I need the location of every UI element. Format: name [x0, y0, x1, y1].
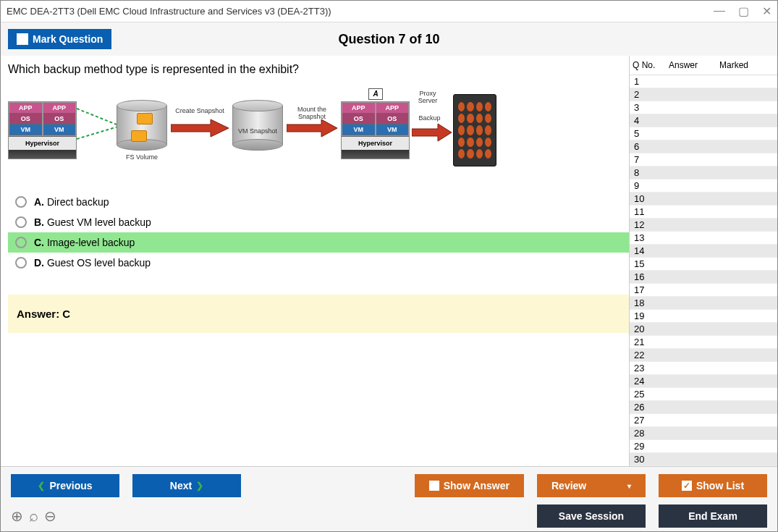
question-list-row[interactable]: 14	[630, 245, 777, 258]
show-answer-button[interactable]: Show Answer	[415, 474, 524, 497]
close-icon[interactable]: ✕	[762, 4, 771, 18]
checkbox-checked-icon: ✓	[682, 481, 692, 491]
vm-label: VM	[9, 124, 42, 135]
question-list-row[interactable]: 27	[630, 414, 777, 427]
next-label: Next	[170, 480, 192, 491]
hypervisor-label: Hypervisor	[342, 136, 409, 150]
option-text: D. Guest OS level backup	[34, 257, 151, 269]
question-list-row[interactable]: 16	[630, 271, 777, 284]
footer-bar: ❮ Previous Next ❯ Show Answer Review ▾	[1, 466, 777, 531]
question-list-row[interactable]: 21	[630, 336, 777, 349]
question-list-row[interactable]: 5	[630, 127, 777, 140]
vm-snapshot-label: VM Snapshot	[232, 127, 283, 135]
option-row[interactable]: D. Guest OS level backup	[8, 253, 629, 273]
main-panel: Which backup method type is represented …	[1, 56, 629, 466]
minimize-icon[interactable]: —	[714, 4, 725, 18]
chevron-left-icon: ❮	[38, 481, 45, 491]
sidebar-list[interactable]: 1234567891011121314151617181920212223242…	[630, 75, 777, 466]
vm-label: VM	[43, 124, 76, 135]
vm-label: VM	[342, 124, 375, 135]
zoom-in-icon[interactable]: ⊕	[11, 507, 23, 525]
question-list-row[interactable]: 7	[630, 153, 777, 166]
backup-appliance-icon	[453, 94, 496, 166]
zoom-out-icon[interactable]: ⊖	[44, 507, 56, 525]
titlebar: EMC DEA-2TT3 (Dell EMC Cloud Infrastruct…	[1, 1, 777, 22]
save-session-button[interactable]: Save Session	[537, 504, 646, 528]
review-label: Review	[551, 480, 586, 491]
sidebar-col-qno: Q No.	[633, 60, 669, 70]
radio-icon	[15, 196, 27, 208]
zoom-reset-icon[interactable]: ⌕	[29, 507, 38, 525]
arrow-icon	[171, 117, 229, 139]
mark-question-button[interactable]: Mark Question	[8, 29, 111, 49]
option-row[interactable]: B. Guest VM level backup	[8, 212, 629, 232]
question-list-row[interactable]: 1	[630, 75, 777, 88]
next-button[interactable]: Next ❯	[132, 474, 241, 497]
svg-marker-3	[287, 119, 337, 137]
question-list-row[interactable]: 22	[630, 349, 777, 362]
os-label: OS	[9, 114, 42, 124]
question-list-row[interactable]: 26	[630, 401, 777, 414]
question-list-row[interactable]: 25	[630, 388, 777, 401]
answer-label: Answer: C	[17, 308, 70, 320]
question-list-row[interactable]: 17	[630, 284, 777, 297]
os-label: OS	[43, 114, 76, 124]
question-list-row[interactable]: 10	[630, 193, 777, 206]
question-list-row[interactable]: 20	[630, 323, 777, 336]
end-exam-label: End Exam	[688, 510, 737, 522]
maximize-icon[interactable]: ▢	[738, 4, 749, 18]
question-list-row[interactable]: 9	[630, 180, 777, 193]
svg-marker-2	[171, 119, 229, 137]
previous-label: Previous	[49, 480, 92, 491]
review-button[interactable]: Review ▾	[537, 474, 646, 497]
app-window: EMC DEA-2TT3 (Dell EMC Cloud Infrastruct…	[0, 0, 778, 532]
question-list-row[interactable]: 11	[630, 206, 777, 219]
chevron-down-icon: ▾	[627, 482, 631, 490]
vm-label: VM	[376, 124, 409, 135]
question-list-row[interactable]: 2	[630, 88, 777, 101]
exhibit-diagram: APP OS VM APP OS VM Hypervisor	[8, 87, 536, 181]
os-label: OS	[376, 114, 409, 124]
window-title: EMC DEA-2TT3 (Dell EMC Cloud Infrastruct…	[7, 6, 331, 17]
options-list: A. Direct backupB. Guest VM level backup…	[8, 192, 629, 273]
header-bar: Mark Question Question 7 of 10	[1, 22, 777, 56]
option-text: A. Direct backup	[34, 196, 109, 208]
question-list-row[interactable]: 19	[630, 310, 777, 323]
question-list-row[interactable]: 4	[630, 114, 777, 127]
option-row[interactable]: C. Image-level backup	[8, 232, 629, 253]
arrow-icon	[287, 117, 337, 139]
question-list-sidebar: Q No. Answer Marked 12345678910111213141…	[629, 56, 777, 466]
previous-button[interactable]: ❮ Previous	[11, 474, 119, 497]
sidebar-header: Q No. Answer Marked	[630, 56, 777, 75]
question-list-row[interactable]: 12	[630, 219, 777, 232]
radio-icon	[15, 216, 27, 228]
proxy-server-label: Proxy Server	[413, 90, 442, 104]
question-list-row[interactable]: 29	[630, 440, 777, 453]
question-list-row[interactable]: 8	[630, 166, 777, 180]
question-list-row[interactable]: 6	[630, 140, 777, 153]
answer-box: Answer: C	[8, 295, 629, 333]
show-answer-label: Show Answer	[444, 480, 509, 491]
question-list-row[interactable]: 13	[630, 232, 777, 245]
svg-marker-4	[412, 124, 452, 141]
backup-label: Backup	[413, 114, 446, 122]
question-list-row[interactable]: 30	[630, 453, 777, 466]
vm-snapshot-icon	[232, 100, 283, 151]
question-list-row[interactable]: 3	[630, 101, 777, 114]
question-counter: Question 7 of 10	[338, 32, 439, 47]
option-row[interactable]: A. Direct backup	[8, 192, 629, 212]
chevron-right-icon: ❯	[196, 481, 203, 491]
question-list-row[interactable]: 18	[630, 297, 777, 310]
show-list-label: Show List	[696, 480, 744, 491]
end-exam-button[interactable]: End Exam	[659, 504, 767, 528]
question-list-row[interactable]: 24	[630, 375, 777, 388]
show-list-button[interactable]: ✓ Show List	[659, 474, 767, 497]
svg-line-1	[77, 126, 120, 139]
os-label: OS	[342, 114, 375, 124]
question-text: Which backup method type is represented …	[8, 63, 629, 76]
question-list-row[interactable]: 28	[630, 427, 777, 440]
question-list-row[interactable]: 23	[630, 362, 777, 375]
proxy-a-icon: A	[368, 88, 383, 100]
question-list-row[interactable]: 15	[630, 258, 777, 271]
arrow-icon	[412, 122, 452, 143]
